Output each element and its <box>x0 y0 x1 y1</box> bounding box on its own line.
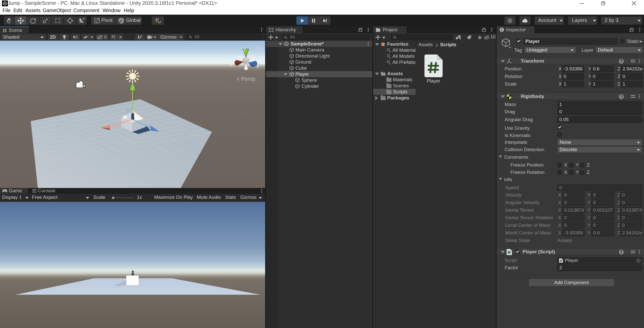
svg-text:<: < <box>236 75 240 82</box>
svg-text:y: y <box>243 46 246 52</box>
svg-text:Persp: Persp <box>241 76 255 82</box>
svg-text:z: z <box>257 63 259 69</box>
svg-text:x: x <box>229 61 232 67</box>
svg-text:Y: Y <box>113 37 115 40</box>
